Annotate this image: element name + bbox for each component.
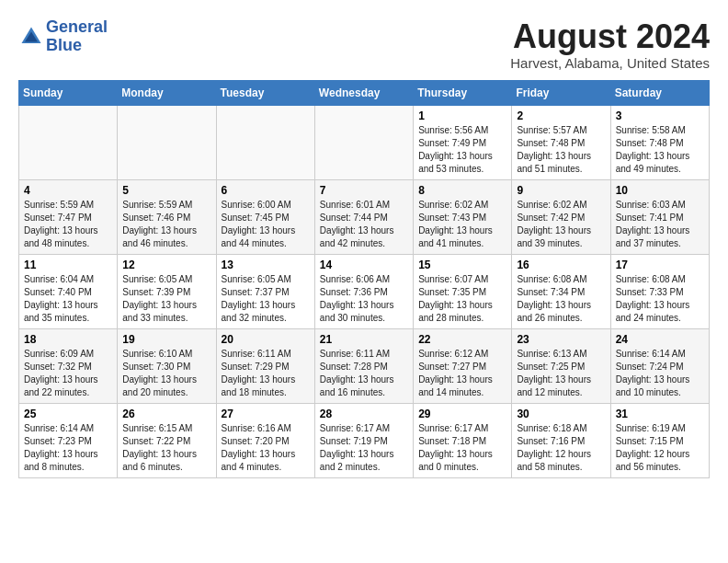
day-number: 21: [320, 333, 408, 346]
calendar-cell: 2Sunrise: 5:57 AMSunset: 7:48 PMDaylight…: [512, 105, 610, 179]
day-info: Sunrise: 6:17 AMSunset: 7:19 PMDaylight:…: [320, 422, 408, 474]
day-info: Sunrise: 6:18 AMSunset: 7:16 PMDaylight:…: [517, 422, 605, 474]
day-info: Sunrise: 6:05 AMSunset: 7:37 PMDaylight:…: [222, 273, 310, 325]
day-number: 10: [616, 184, 704, 197]
day-number: 13: [222, 259, 310, 271]
calendar-cell: 26Sunrise: 6:15 AMSunset: 7:22 PMDayligh…: [118, 403, 216, 477]
day-number: 3: [616, 109, 704, 122]
calendar-cell: 31Sunrise: 6:19 AMSunset: 7:15 PMDayligh…: [610, 403, 709, 477]
calendar-cell: 5Sunrise: 5:59 AMSunset: 7:46 PMDaylight…: [118, 179, 216, 254]
calendar-cell: [19, 105, 118, 179]
day-number: 19: [122, 333, 210, 346]
day-number: 20: [222, 333, 310, 346]
calendar-cell: [216, 105, 314, 179]
day-number: 12: [122, 259, 210, 271]
header: General Blue August 2024 Harvest, Alabam…: [18, 18, 710, 71]
day-number: 14: [320, 259, 408, 271]
calendar-cell: 6Sunrise: 6:00 AMSunset: 7:45 PMDaylight…: [216, 179, 314, 254]
day-number: 11: [24, 259, 112, 271]
day-info: Sunrise: 6:17 AMSunset: 7:18 PMDaylight:…: [418, 422, 506, 474]
logo-icon: [18, 24, 44, 50]
day-number: 30: [517, 408, 605, 420]
calendar-cell: 10Sunrise: 6:03 AMSunset: 7:41 PMDayligh…: [610, 179, 709, 254]
day-header-saturday: Saturday: [610, 80, 709, 105]
day-number: 6: [222, 184, 310, 197]
calendar-cell: 28Sunrise: 6:17 AMSunset: 7:19 PMDayligh…: [314, 403, 413, 477]
day-info: Sunrise: 6:01 AMSunset: 7:44 PMDaylight:…: [320, 199, 408, 250]
day-number: 9: [517, 184, 605, 197]
day-info: Sunrise: 5:56 AMSunset: 7:49 PMDaylight:…: [418, 124, 506, 176]
day-header-sunday: Sunday: [19, 80, 118, 105]
day-number: 29: [418, 408, 506, 420]
calendar-cell: 15Sunrise: 6:07 AMSunset: 7:35 PMDayligh…: [414, 254, 512, 328]
logo-line1: General: [46, 18, 108, 37]
calendar-cell: 13Sunrise: 6:05 AMSunset: 7:37 PMDayligh…: [216, 254, 314, 328]
day-number: 1: [418, 109, 506, 122]
day-number: 24: [616, 333, 704, 346]
day-number: 4: [24, 184, 112, 197]
calendar-cell: 22Sunrise: 6:12 AMSunset: 7:27 PMDayligh…: [414, 328, 512, 403]
day-info: Sunrise: 6:14 AMSunset: 7:23 PMDaylight:…: [24, 422, 112, 474]
calendar-cell: 17Sunrise: 6:08 AMSunset: 7:33 PMDayligh…: [610, 254, 709, 328]
day-header-friday: Friday: [512, 80, 610, 105]
calendar-header-row: SundayMondayTuesdayWednesdayThursdayFrid…: [19, 80, 710, 105]
day-info: Sunrise: 6:08 AMSunset: 7:33 PMDaylight:…: [616, 273, 704, 325]
day-info: Sunrise: 6:08 AMSunset: 7:34 PMDaylight:…: [517, 273, 605, 325]
calendar-week-row: 25Sunrise: 6:14 AMSunset: 7:23 PMDayligh…: [19, 403, 710, 477]
logo-line2: Blue: [46, 37, 108, 55]
day-number: 7: [320, 184, 408, 197]
location: Harvest, Alabama, United States: [510, 55, 710, 71]
day-number: 28: [320, 408, 408, 420]
day-info: Sunrise: 6:05 AMSunset: 7:39 PMDaylight:…: [122, 273, 210, 325]
day-info: Sunrise: 6:13 AMSunset: 7:25 PMDaylight:…: [517, 348, 605, 399]
day-info: Sunrise: 6:12 AMSunset: 7:27 PMDaylight:…: [418, 348, 506, 399]
calendar-cell: [314, 105, 413, 179]
calendar-cell: 11Sunrise: 6:04 AMSunset: 7:40 PMDayligh…: [19, 254, 118, 328]
calendar-cell: 29Sunrise: 6:17 AMSunset: 7:18 PMDayligh…: [414, 403, 512, 477]
day-number: 15: [418, 259, 506, 271]
day-info: Sunrise: 6:11 AMSunset: 7:28 PMDaylight:…: [320, 348, 408, 399]
calendar-cell: 19Sunrise: 6:10 AMSunset: 7:30 PMDayligh…: [118, 328, 216, 403]
calendar-cell: 27Sunrise: 6:16 AMSunset: 7:20 PMDayligh…: [216, 403, 314, 477]
day-number: 5: [122, 184, 210, 197]
calendar-cell: 30Sunrise: 6:18 AMSunset: 7:16 PMDayligh…: [512, 403, 610, 477]
day-info: Sunrise: 6:09 AMSunset: 7:32 PMDaylight:…: [24, 348, 112, 399]
logo: General Blue: [18, 18, 108, 55]
calendar-page: General Blue August 2024 Harvest, Alabam…: [0, 0, 728, 488]
day-info: Sunrise: 5:59 AMSunset: 7:47 PMDaylight:…: [24, 199, 112, 250]
day-number: 2: [517, 109, 605, 122]
calendar-cell: [118, 105, 216, 179]
day-info: Sunrise: 6:19 AMSunset: 7:15 PMDaylight:…: [616, 422, 704, 474]
calendar-week-row: 1Sunrise: 5:56 AMSunset: 7:49 PMDaylight…: [19, 105, 710, 179]
calendar-cell: 18Sunrise: 6:09 AMSunset: 7:32 PMDayligh…: [19, 328, 118, 403]
day-info: Sunrise: 6:02 AMSunset: 7:43 PMDaylight:…: [418, 199, 506, 250]
calendar-cell: 25Sunrise: 6:14 AMSunset: 7:23 PMDayligh…: [19, 403, 118, 477]
day-number: 18: [24, 333, 112, 346]
day-info: Sunrise: 6:14 AMSunset: 7:24 PMDaylight:…: [616, 348, 704, 399]
day-info: Sunrise: 6:07 AMSunset: 7:35 PMDaylight:…: [418, 273, 506, 325]
day-number: 25: [24, 408, 112, 420]
day-number: 22: [418, 333, 506, 346]
calendar-cell: 8Sunrise: 6:02 AMSunset: 7:43 PMDaylight…: [414, 179, 512, 254]
calendar-cell: 20Sunrise: 6:11 AMSunset: 7:29 PMDayligh…: [216, 328, 314, 403]
calendar-week-row: 4Sunrise: 5:59 AMSunset: 7:47 PMDaylight…: [19, 179, 710, 254]
calendar-cell: 23Sunrise: 6:13 AMSunset: 7:25 PMDayligh…: [512, 328, 610, 403]
day-info: Sunrise: 6:03 AMSunset: 7:41 PMDaylight:…: [616, 199, 704, 250]
calendar-cell: 24Sunrise: 6:14 AMSunset: 7:24 PMDayligh…: [610, 328, 709, 403]
calendar-cell: 14Sunrise: 6:06 AMSunset: 7:36 PMDayligh…: [314, 254, 413, 328]
day-number: 17: [616, 259, 704, 271]
day-info: Sunrise: 6:04 AMSunset: 7:40 PMDaylight:…: [24, 273, 112, 325]
calendar-cell: 9Sunrise: 6:02 AMSunset: 7:42 PMDaylight…: [512, 179, 610, 254]
logo-text: General Blue: [46, 18, 108, 55]
day-info: Sunrise: 6:10 AMSunset: 7:30 PMDaylight:…: [122, 348, 210, 399]
day-number: 16: [517, 259, 605, 271]
day-number: 31: [616, 408, 704, 420]
day-header-tuesday: Tuesday: [216, 80, 314, 105]
day-number: 27: [222, 408, 310, 420]
calendar-cell: 3Sunrise: 5:58 AMSunset: 7:48 PMDaylight…: [610, 105, 709, 179]
day-header-thursday: Thursday: [414, 80, 512, 105]
day-info: Sunrise: 6:06 AMSunset: 7:36 PMDaylight:…: [320, 273, 408, 325]
calendar-cell: 7Sunrise: 6:01 AMSunset: 7:44 PMDaylight…: [314, 179, 413, 254]
day-number: 8: [418, 184, 506, 197]
calendar-cell: 1Sunrise: 5:56 AMSunset: 7:49 PMDaylight…: [414, 105, 512, 179]
